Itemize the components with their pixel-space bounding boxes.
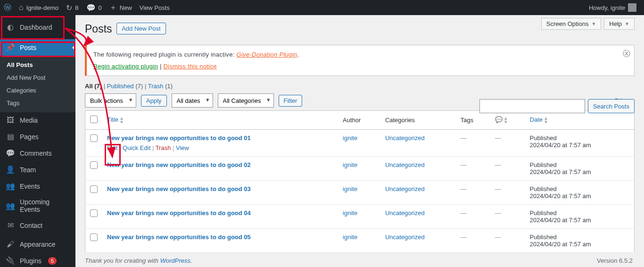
comments-icon: 💬 <box>6 149 15 158</box>
plugin-link[interactable]: Give-Donation Plugin <box>237 51 297 58</box>
posts-table: Title▲▼ Author Categories Tags 💬▲▼ Date▲… <box>85 110 635 253</box>
sidebar-item-posts[interactable]: 📌Posts <box>0 39 75 56</box>
dismiss-notice-link[interactable]: Dismiss this notice <box>164 63 217 70</box>
comment-icon: 💬 <box>86 3 96 12</box>
submenu-all-posts[interactable]: All Posts <box>0 58 75 71</box>
category-link[interactable]: Uncategorized <box>385 134 425 142</box>
category-link[interactable]: Uncategorized <box>385 185 425 192</box>
sidebar-item-team[interactable]: 👤Team <box>0 161 75 178</box>
comments-cell: — <box>495 209 501 217</box>
author-link[interactable]: ignite <box>343 161 357 168</box>
post-title-link[interactable]: New year brings new opportunities to do … <box>107 161 251 168</box>
wordpress-icon: ⓦ <box>4 3 11 13</box>
trash-link[interactable]: Trash <box>156 144 171 151</box>
sidebar-item-comments[interactable]: 💬Comments <box>0 145 75 161</box>
tags-cell: — <box>461 161 467 168</box>
category-link[interactable]: Uncategorized <box>385 161 425 168</box>
team-icon: 👤 <box>6 165 15 174</box>
category-link[interactable]: Uncategorized <box>385 209 425 217</box>
updates-count: 8 <box>75 4 78 11</box>
page-title: Posts <box>85 20 112 38</box>
post-title-link[interactable]: New year brings new opportunities to do … <box>107 134 251 142</box>
tags-cell: — <box>461 185 467 192</box>
author-link[interactable]: ignite <box>343 185 357 192</box>
category-link[interactable]: Uncategorized <box>385 234 425 241</box>
plugin-notice: The following required plugin is current… <box>85 45 635 76</box>
new-content[interactable]: ＋New <box>106 0 136 15</box>
updates[interactable]: ↻8 <box>62 0 82 15</box>
date-cell: Published2024/04/20 at 7:57 am <box>525 157 635 181</box>
activate-plugin-link[interactable]: Begin activating plugin <box>93 63 158 70</box>
col-comments[interactable]: 💬▲▼ <box>490 111 525 130</box>
row-checkbox[interactable] <box>90 185 98 193</box>
row-checkbox[interactable] <box>90 234 98 241</box>
screen-options-button[interactable]: Screen Options▼ <box>541 18 602 30</box>
view-posts[interactable]: View Posts <box>136 0 173 15</box>
submenu-tags[interactable]: Tags <box>0 97 75 109</box>
sidebar-item-contact[interactable]: ✉Contact <box>0 217 75 234</box>
edit-link[interactable]: Edit <box>107 144 117 151</box>
search-input[interactable] <box>479 99 585 113</box>
comments-bubble[interactable]: 💬0 <box>83 0 106 15</box>
col-author: Author <box>338 111 380 130</box>
view-link[interactable]: View <box>176 144 189 151</box>
post-title-link[interactable]: New year brings new opportunities to do … <box>107 185 251 192</box>
dashboard-icon: ◐ <box>6 23 15 32</box>
wp-logo[interactable]: ⓦ <box>0 0 15 15</box>
notice-text: The following required plugin is current… <box>93 51 237 58</box>
sidebar-item-pages[interactable]: ▤Pages <box>0 128 75 145</box>
sidebar-item-events[interactable]: 👥Events <box>0 178 75 194</box>
submenu-categories[interactable]: Categories <box>0 84 75 97</box>
apply-button[interactable]: Apply <box>141 95 167 107</box>
sort-icon: ▲▼ <box>119 117 124 124</box>
row-checkbox[interactable] <box>90 134 98 142</box>
sidebar-item-media[interactable]: 🖾Media <box>0 112 75 128</box>
my-account[interactable]: Howdy, ignite <box>585 0 640 15</box>
help-button[interactable]: Help▼ <box>604 18 635 30</box>
author-link[interactable]: ignite <box>343 134 357 142</box>
filter-button[interactable]: Filter <box>279 95 303 107</box>
search-posts-button[interactable]: Search Posts <box>588 99 635 113</box>
howdy-text: Howdy, ignite <box>589 4 625 11</box>
col-categories: Categories <box>380 111 456 130</box>
site-name-label: Ignite-demo <box>26 4 59 11</box>
tags-cell: — <box>461 209 467 217</box>
wordpress-link[interactable]: WordPress <box>160 257 190 264</box>
date-cell: Published2024/04/20 at 7:57 am <box>525 181 635 205</box>
comment-icon: 💬 <box>495 116 503 123</box>
sidebar-item-plugins[interactable]: 🔌Plugins5 <box>0 252 75 267</box>
sidebar-item-upcoming-events[interactable]: 👥Upcoming Events <box>0 194 75 217</box>
table-row: New year brings new opportunities to do … <box>85 181 635 205</box>
dates-select[interactable]: All dates <box>172 93 213 108</box>
categories-select[interactable]: All Categories <box>218 93 274 108</box>
table-row: New year brings new opportunities to do … <box>85 229 635 253</box>
add-new-post-button[interactable]: Add New Post <box>116 23 165 34</box>
author-link[interactable]: ignite <box>343 209 357 217</box>
select-all-checkbox[interactable] <box>90 116 98 123</box>
row-checkbox[interactable] <box>90 161 98 169</box>
sidebar-item-appearance[interactable]: 🖌Appearance <box>0 236 75 252</box>
home-icon: ⌂ <box>19 3 24 12</box>
brush-icon: 🖌 <box>6 240 15 249</box>
date-cell: Published2024/04/20 at 7:57 am <box>525 205 635 229</box>
bulk-actions-select[interactable]: Bulk actions <box>85 93 136 108</box>
col-title[interactable]: Title▲▼ <box>102 111 338 130</box>
filter-all[interactable]: All (7) <box>85 83 102 90</box>
avatar-icon <box>628 3 636 12</box>
site-name[interactable]: ⌂Ignite-demo <box>15 0 62 15</box>
tags-cell: — <box>461 134 467 142</box>
post-title-link[interactable]: New year brings new opportunities to do … <box>107 234 251 241</box>
quick-edit-link[interactable]: Quick Edit <box>123 144 150 151</box>
footer-thank-you: Thank you for creating with WordPress. <box>85 257 192 264</box>
filter-trash[interactable]: Trash (1) <box>148 83 173 90</box>
col-date[interactable]: Date▲▼ <box>525 111 635 130</box>
post-title-link[interactable]: New year brings new opportunities to do … <box>107 209 251 217</box>
author-link[interactable]: ignite <box>343 234 357 241</box>
row-checkbox[interactable] <box>90 209 98 217</box>
close-icon[interactable]: ⓧ <box>623 49 630 59</box>
plugins-badge: 5 <box>48 257 57 265</box>
sidebar-item-dashboard[interactable]: ◐Dashboard <box>0 15 75 39</box>
submenu-add-new[interactable]: Add New Post <box>0 71 75 84</box>
pin-icon: 📌 <box>6 43 15 52</box>
filter-published[interactable]: Published (7) <box>107 83 143 90</box>
